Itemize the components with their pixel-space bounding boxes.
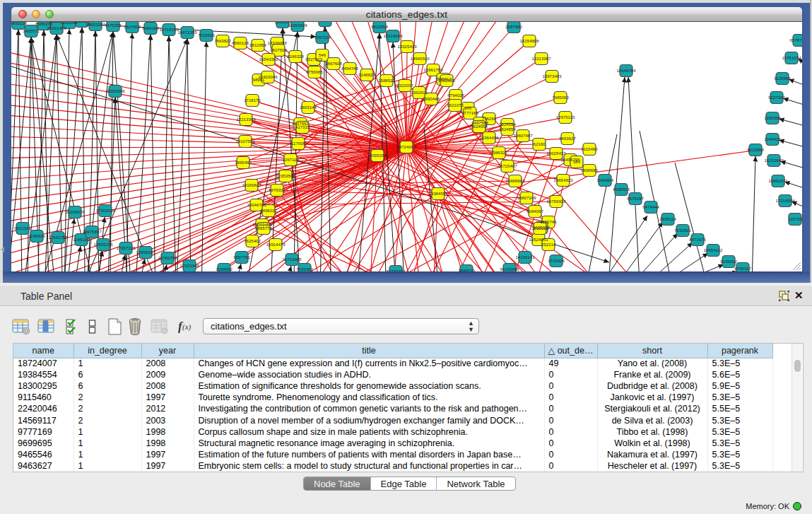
svg-text:16543392: 16543392 [259,57,278,62]
svg-text:9129966: 9129966 [774,76,791,81]
svg-text:12923448: 12923448 [180,263,199,268]
svg-text:10973493: 10973493 [542,74,562,78]
svg-text:1990448: 1990448 [423,96,440,101]
svg-text:7889579: 7889579 [458,268,475,271]
svg-text:10719155: 10719155 [159,27,179,32]
svg-text:20053346: 20053346 [105,88,125,93]
svg-text:16671355: 16671355 [177,30,197,35]
svg-text:6475255: 6475255 [105,23,122,28]
svg-text:1120746: 1120746 [540,219,557,224]
svg-text:2935114: 2935114 [659,216,676,221]
svg-text:12213967: 12213967 [531,56,551,61]
svg-text:7632621: 7632621 [674,228,691,233]
svg-text:6879197: 6879197 [627,196,644,201]
svg-text:8454749: 8454749 [341,66,358,71]
svg-text:9827503: 9827503 [270,47,287,52]
svg-text:12505135: 12505135 [93,242,113,247]
svg-text:10975867: 10975867 [82,229,102,234]
svg-text:8186328: 8186328 [287,54,304,59]
svg-text:18640910: 18640910 [410,56,430,61]
svg-text:9146821: 9146821 [358,72,375,77]
svg-text:584: 584 [573,159,581,164]
svg-text:8756685: 8756685 [306,69,323,74]
svg-text:9115460: 9115460 [581,146,598,151]
svg-text:10756928: 10756928 [546,199,566,204]
svg-text:15716485: 15716485 [282,257,302,262]
svg-text:0699695: 0699695 [581,168,598,173]
svg-text:0433218: 0433218 [11,22,27,25]
svg-text:9463627: 9463627 [559,136,576,141]
svg-text:3158692: 3158692 [216,267,233,271]
svg-text:20364436: 20364436 [479,135,499,140]
svg-text:16053809: 16053809 [288,23,307,28]
svg-text:20091406: 20091406 [47,25,66,30]
svg-text:1156829: 1156829 [28,233,45,238]
svg-text:8660124: 8660124 [232,40,249,45]
svg-text:7625402: 7625402 [244,238,261,243]
svg-text:19384554: 19384554 [428,191,448,196]
svg-text:6466160: 6466160 [142,25,159,30]
svg-text:9245652: 9245652 [720,259,737,264]
svg-text:10046786: 10046786 [247,202,266,207]
svg-text:7543303: 7543303 [296,267,313,271]
svg-text:7663822: 7663822 [214,38,231,43]
svg-text:18300295: 18300295 [367,153,387,158]
svg-text:7515526: 7515526 [198,33,215,37]
svg-text:7485063: 7485063 [552,95,569,100]
svg-text:9777169: 9777169 [461,110,478,115]
svg-text:345: 345 [464,105,472,110]
svg-text:13226058: 13226058 [267,40,287,45]
svg-text:16154808: 16154808 [519,38,539,43]
svg-text:7986322: 7986322 [490,150,507,155]
svg-text:1640954: 1640954 [596,177,613,182]
svg-text:2718176: 2718176 [244,98,261,103]
svg-text:1209358: 1209358 [764,115,781,120]
svg-text:15720407: 15720407 [498,163,517,168]
svg-text:2687682: 2687682 [505,24,522,29]
svg-text:3267110: 3267110 [282,157,299,162]
svg-text:9084067: 9084067 [526,209,543,214]
svg-text:2867608: 2867608 [325,61,342,66]
svg-text:14136141: 14136141 [515,255,535,259]
svg-text:19218506: 19218506 [383,33,403,38]
svg-text:18724007: 18724007 [396,144,416,149]
svg-text:17016504: 17016504 [775,198,795,203]
svg-text:546: 546 [319,52,326,57]
svg-text:12942757: 12942757 [48,235,68,240]
svg-text:8912954: 8912954 [249,42,266,47]
svg-text:22420046: 22420046 [258,74,278,79]
svg-text:17359928: 17359928 [95,208,115,213]
svg-text:5498222: 5498222 [260,208,277,213]
svg-text:20206576: 20206576 [65,209,85,214]
svg-text:1965492: 1965492 [235,160,252,165]
svg-text:0812191: 0812191 [14,226,31,230]
svg-text:10958167: 10958167 [136,250,155,255]
svg-text:54145868: 54145868 [500,267,519,271]
svg-text:87277434: 87277434 [386,269,406,271]
svg-text:19166827: 19166827 [242,182,261,187]
svg-text:12353594: 12353594 [276,173,295,178]
svg-text:16648784: 16648784 [616,68,636,73]
svg-text:16782759: 16782759 [158,255,177,260]
svg-text:2803144: 2803144 [300,105,317,110]
svg-text:8322037: 8322037 [396,83,413,88]
svg-text:8708317: 8708317 [734,266,751,271]
svg-text:8148932: 8148932 [317,22,334,23]
svg-text:10653267: 10653267 [86,22,105,27]
svg-text:1621072: 1621072 [447,103,464,107]
svg-text:1405571: 1405571 [23,28,40,33]
svg-text:116753: 116753 [788,216,802,221]
svg-text:10025433: 10025433 [546,151,566,156]
svg-text:15751074: 15751074 [782,55,801,60]
svg-text:18807249: 18807249 [517,195,536,200]
svg-text:15692971: 15692971 [768,178,788,183]
svg-text:1615132: 1615132 [531,226,548,230]
svg-text:65787133: 65787133 [789,37,802,42]
svg-text:9865779: 9865779 [255,226,272,230]
svg-text:10607487: 10607487 [513,133,533,138]
svg-text:117006: 117006 [291,141,305,146]
svg-text:10654112: 10654112 [704,247,723,252]
svg-text:17957225: 17957225 [116,245,136,250]
svg-text:10688609: 10688609 [505,178,525,183]
svg-text:16914479: 16914479 [266,242,286,247]
